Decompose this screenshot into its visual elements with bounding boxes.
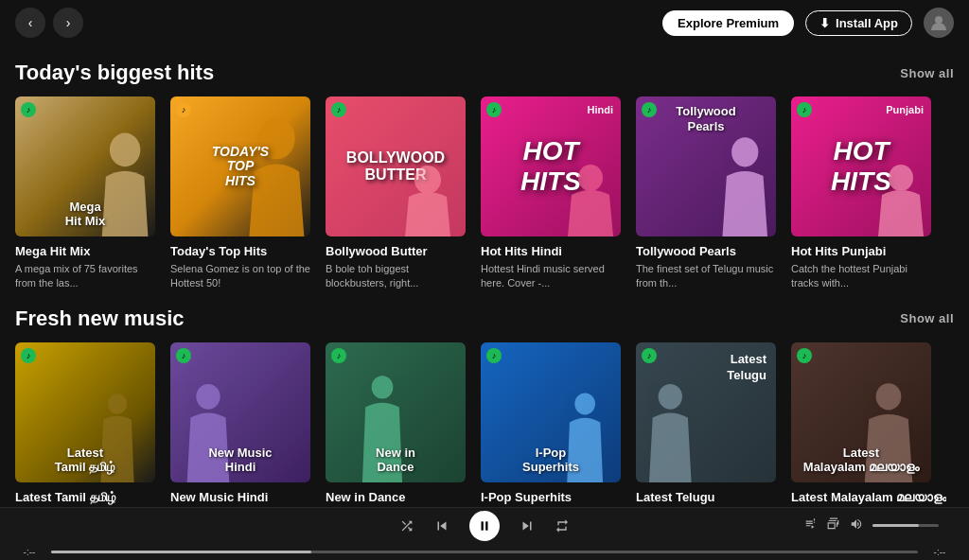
repeat-button[interactable]	[555, 518, 570, 534]
card-latest-malayalam[interactable]: ♪ LatestMalayalam മലയാളം Latest Malayala…	[791, 342, 946, 507]
time-total: -:--	[925, 547, 954, 557]
card-img-tollywood: ♪ TollywoodPearls	[636, 96, 776, 236]
fresh-cards-grid: ♪ LatestTamil தமிழ் Latest Tamil தமிழ் ♪	[15, 342, 954, 507]
card-img-tamil: ♪ LatestTamil தமிழ்	[15, 342, 155, 482]
card-title-tollywood: Tollywood Pearls	[636, 244, 776, 258]
card-img-ipop: ♪ I-PopSuperhits	[481, 342, 621, 482]
spotify-dot: ♪	[21, 102, 36, 117]
card-new-in-dance[interactable]: ♪ New inDance New in Dance	[326, 342, 466, 507]
volume-button[interactable]	[850, 517, 863, 534]
card-desc-bollywood: B bole toh biggest blockbusters, right..…	[326, 262, 466, 291]
card-todays-top-hits[interactable]: ♪ TODAY'STOPHITS Today's Top Hits Selena…	[170, 96, 310, 291]
nav-forward-button[interactable]: ›	[53, 8, 83, 38]
section-title-fresh: Fresh new music	[15, 306, 185, 331]
next-button[interactable]	[519, 517, 536, 534]
show-all-fresh-button[interactable]: Show all	[900, 311, 954, 325]
card-title-music-hindi: New Music Hindi	[170, 490, 310, 504]
install-app-label: Install App	[836, 16, 898, 30]
svg-point-4	[578, 165, 603, 191]
card-ipop-superhits[interactable]: ♪ I-PopSuperhits I-Pop Superhits	[481, 342, 621, 507]
card-img-top-hits: ♪ TODAY'STOPHITS	[170, 96, 310, 236]
download-icon: ⬇	[819, 16, 830, 30]
avatar[interactable]	[924, 8, 954, 38]
card-img-dance: ♪ New inDance	[326, 342, 466, 482]
card-overlay-tollywood: TollywoodPearls	[643, 104, 768, 133]
spotify-dot-8: ♪	[176, 348, 191, 363]
svg-rect-13	[482, 521, 484, 530]
player-bar: -:-- -:--	[0, 507, 969, 560]
card-hot-hits-punjabi[interactable]: ♪ Punjabi HOTHITS Hot Hits Punjabi Catch…	[791, 96, 931, 291]
progress-fill	[51, 551, 311, 553]
svg-point-3	[414, 166, 441, 194]
card-desc-top-hits: Selena Gomez is on top of the Hottest 50…	[170, 262, 310, 291]
queue-button[interactable]	[804, 517, 818, 534]
shuffle-button[interactable]	[399, 518, 414, 534]
spotify-dot-12: ♪	[797, 348, 812, 363]
spotify-dot-11: ♪	[642, 348, 657, 363]
card-overlay-music-hindi: New MusicHindi	[178, 446, 303, 475]
card-img-music-hindi: ♪ New MusicHindi	[170, 342, 310, 482]
card-bollywood-butter[interactable]: ♪ BOLLYWOODBUTTER Bollywood Butter B bol…	[326, 96, 466, 291]
card-title-punjabi: Hot Hits Punjabi	[791, 244, 931, 258]
svg-point-6	[889, 165, 913, 191]
svg-point-10	[574, 393, 595, 414]
svg-rect-14	[485, 521, 487, 530]
svg-point-9	[372, 376, 394, 398]
svg-point-1	[110, 133, 140, 167]
time-current: -:--	[15, 547, 44, 557]
spotify-dot-7: ♪	[21, 348, 36, 363]
spotify-dot-9: ♪	[331, 348, 346, 363]
card-overlay-tamil: LatestTamil தமிழ்	[23, 446, 148, 475]
card-mega-hit-mix[interactable]: ♪ MegaHit Mix Mega Hit Mix A mega mix of…	[15, 96, 155, 291]
card-hot-hits-hindi[interactable]: ♪ Hindi HOTHITS Hot Hits Hindi Hottest H…	[481, 96, 621, 291]
card-img-malayalam: ♪ LatestMalayalam മലയാളം	[791, 342, 931, 482]
play-pause-button[interactable]	[469, 511, 500, 541]
card-desc-punjabi: Catch the hottest Punjabi tracks with...	[791, 262, 931, 291]
spotify-dot-10: ♪	[486, 348, 502, 363]
card-corner-telugu: LatestTelugu	[727, 352, 766, 384]
card-img-bollywood: ♪ BOLLYWOODBUTTER	[326, 96, 466, 236]
nav-back-button[interactable]: ‹	[15, 8, 45, 38]
section-title-hits: Today's biggest hits	[15, 61, 214, 85]
progress-track[interactable]	[51, 551, 918, 553]
card-img-punjabi: ♪ Punjabi HOTHITS	[791, 96, 931, 236]
card-title-ipop: I-Pop Superhits	[481, 490, 621, 504]
card-overlay-mega: MegaHit Mix	[23, 200, 148, 229]
card-corner-punjabi: Punjabi	[886, 104, 924, 115]
hits-cards-grid: ♪ MegaHit Mix Mega Hit Mix A mega mix of…	[15, 96, 954, 291]
card-title-bollywood: Bollywood Butter	[326, 244, 466, 258]
svg-point-0	[935, 16, 943, 24]
prev-button[interactable]	[433, 517, 450, 534]
explore-premium-button[interactable]: Explore Premium	[662, 10, 794, 36]
devices-button[interactable]	[827, 517, 840, 534]
main-content: Today's biggest hits Show all ♪ MegaHit …	[0, 45, 969, 507]
card-tollywood-pearls[interactable]: ♪ TollywoodPearls Tollywood Pearls The f…	[636, 96, 776, 291]
card-latest-telugu[interactable]: ♪ LatestTelugu Latest Telugu	[636, 342, 776, 507]
card-title-dance: New in Dance	[326, 490, 466, 504]
card-title-telugu: Latest Telugu	[636, 490, 776, 504]
spotify-dot-2: ♪	[176, 102, 191, 117]
svg-point-5	[731, 137, 758, 166]
card-img-mega: ♪ MegaHit Mix	[15, 96, 155, 236]
player-right-controls	[804, 517, 939, 534]
spotify-dot-3: ♪	[331, 102, 346, 117]
player-controls	[399, 511, 570, 541]
card-overlay-malayalam: LatestMalayalam മലയാളം	[799, 446, 924, 475]
card-new-music-hindi[interactable]: ♪ New MusicHindi New Music Hindi	[170, 342, 310, 507]
card-latest-tamil[interactable]: ♪ LatestTamil தமிழ் Latest Tamil தமிழ்	[15, 342, 155, 507]
spotify-dot-4: ♪	[486, 102, 502, 117]
svg-point-11	[659, 384, 682, 410]
card-title-hindi: Hot Hits Hindi	[481, 244, 621, 258]
card-img-telugu: ♪ LatestTelugu	[636, 342, 776, 482]
card-title-mega: Mega Hit Mix	[15, 244, 155, 258]
volume-bar[interactable]	[872, 524, 939, 527]
card-desc-tollywood: The finest set of Telugu music from th..…	[636, 262, 776, 291]
progress-bar-container: -:-- -:--	[15, 547, 954, 557]
card-overlay-top-hits: TODAY'STOPHITS	[212, 145, 269, 188]
volume-fill	[872, 524, 919, 527]
card-overlay-ipop: I-PopSuperhits	[488, 446, 613, 475]
svg-point-12	[876, 383, 902, 410]
install-app-button[interactable]: ⬇ Install App	[805, 10, 912, 36]
header: ‹ › Explore Premium ⬇ Install App	[0, 0, 969, 45]
show-all-hits-button[interactable]: Show all	[900, 66, 954, 80]
